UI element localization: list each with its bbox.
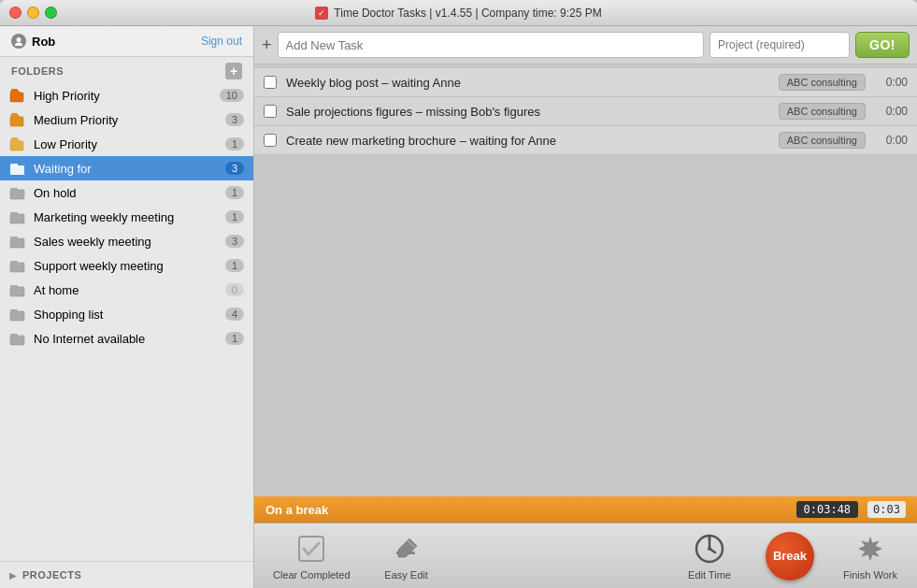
svg-rect-16 xyxy=(10,212,18,216)
close-button[interactable] xyxy=(9,7,21,19)
high-priority-icon xyxy=(9,88,26,103)
sidebar-item-count: 1 xyxy=(225,210,244,223)
status-small-timer: 0:03 xyxy=(867,501,906,518)
bottom-toolbar: Clear Completed Easy Edit xyxy=(254,523,917,588)
svg-point-33 xyxy=(708,547,711,551)
sidebar-item-label: Support weekly meeting xyxy=(34,259,218,273)
task-checkbox[interactable] xyxy=(264,76,277,89)
folders-header: FOLDERS + xyxy=(0,57,253,83)
svg-point-0 xyxy=(17,37,21,42)
folder-icon xyxy=(9,307,26,322)
sidebar-item-count: 3 xyxy=(225,162,244,175)
svg-rect-24 xyxy=(10,309,18,313)
sidebar-item-medium-priority[interactable]: Medium Priority 3 xyxy=(0,108,253,132)
easy-edit-label: Easy Edit xyxy=(384,569,427,581)
clear-completed-label: Clear Completed xyxy=(273,569,351,581)
sidebar-item-count: 0 xyxy=(225,283,244,296)
status-bar: On a break 0:03:48 0:03 xyxy=(254,496,917,523)
break-button[interactable]: Break xyxy=(766,532,814,581)
sidebar-item-high-priority[interactable]: High Priority 10 xyxy=(0,83,253,108)
table-row: Create new marketing brochure – waiting … xyxy=(254,126,917,155)
task-label: Sale projections figures – missing Bob's… xyxy=(286,105,769,119)
svg-marker-35 xyxy=(859,538,881,560)
sidebar-item-label: Sales weekly meeting xyxy=(34,235,218,249)
username-label: Rob xyxy=(32,35,55,49)
window-controls[interactable] xyxy=(9,7,57,19)
task-project-tag: ABC consulting xyxy=(779,103,866,120)
minimize-button[interactable] xyxy=(27,7,39,19)
user-avatar xyxy=(11,34,26,49)
folder-icon xyxy=(9,209,26,224)
task-label: Create new marketing brochure – waiting … xyxy=(286,134,769,148)
chevron-right-icon: ▶ xyxy=(9,570,17,581)
sidebar-item-label: Medium Priority xyxy=(34,113,218,127)
projects-label: PROJECTS xyxy=(22,569,81,581)
sidebar-item-count: 1 xyxy=(225,259,244,272)
add-task-input[interactable] xyxy=(278,32,705,58)
sidebar-item-label: At home xyxy=(34,283,218,297)
sidebar-item-count: 10 xyxy=(220,89,244,102)
task-project-tag: ABC consulting xyxy=(779,132,866,149)
svg-rect-20 xyxy=(10,261,18,265)
sidebar-item-waiting-for[interactable]: Waiting for 3 xyxy=(0,156,253,180)
sidebar-item-label: High Priority xyxy=(34,89,212,103)
folder-icon xyxy=(9,234,26,249)
toolbar-right: Edit Time Break Finish Work xyxy=(681,532,898,581)
folder-icon xyxy=(9,161,26,176)
task-checkbox[interactable] xyxy=(264,134,277,147)
sidebar-item-on-hold[interactable]: On hold 1 xyxy=(0,180,253,205)
break-circle: Break xyxy=(766,532,814,581)
add-task-plus-icon[interactable]: + xyxy=(262,36,272,55)
svg-rect-10 xyxy=(11,137,18,142)
add-folder-button[interactable]: + xyxy=(225,63,242,79)
sidebar-item-label: No Internet available xyxy=(34,332,218,346)
folder-icon xyxy=(9,282,26,297)
svg-rect-18 xyxy=(10,237,18,240)
sidebar-item-count: 1 xyxy=(225,332,244,345)
sidebar-item-count: 1 xyxy=(225,137,244,151)
sidebar-item-marketing-weekly[interactable]: Marketing weekly meeting 1 xyxy=(0,205,253,229)
tasks-list: Weekly blog post – waiting Anne ABC cons… xyxy=(254,65,917,496)
sidebar-item-count: 3 xyxy=(225,113,244,126)
title-bar-text: ✓ Time Doctor Tasks | v1.4.55 | Company … xyxy=(315,7,601,20)
sidebar-item-support-weekly[interactable]: Support weekly meeting 1 xyxy=(0,253,253,278)
sidebar-item-count: 3 xyxy=(225,235,244,248)
finish-work-label: Finish Work xyxy=(843,569,897,581)
edit-time-button[interactable]: Edit Time xyxy=(681,532,738,581)
sidebar-list: High Priority 10 Medium Priority 3 xyxy=(0,83,253,561)
svg-rect-26 xyxy=(10,334,18,337)
easy-edit-button[interactable]: Easy Edit xyxy=(379,532,435,581)
project-input[interactable] xyxy=(709,32,850,58)
low-priority-icon xyxy=(9,136,26,151)
app-title: Time Doctor Tasks | v1.4.55 | Company ti… xyxy=(334,7,601,20)
clear-completed-button[interactable]: Clear Completed xyxy=(273,532,351,581)
sign-out-link[interactable]: Sign out xyxy=(201,35,242,48)
sidebar-item-sales-weekly[interactable]: Sales weekly meeting 3 xyxy=(0,229,253,253)
task-time: 0:00 xyxy=(875,105,908,118)
status-timer: 0:03:48 xyxy=(796,501,859,518)
finish-work-icon xyxy=(853,532,887,566)
finish-work-button[interactable]: Finish Work xyxy=(842,532,898,581)
task-time: 0:00 xyxy=(875,134,908,147)
sidebar-item-label: Waiting for xyxy=(34,162,218,176)
sidebar-item-count: 4 xyxy=(225,308,244,321)
svg-rect-22 xyxy=(10,285,18,289)
svg-rect-14 xyxy=(10,188,18,192)
go-button[interactable]: GO! xyxy=(855,32,910,58)
sidebar-item-shopping-list[interactable]: Shopping list 4 xyxy=(0,302,253,326)
sidebar-item-label: On hold xyxy=(34,186,218,200)
table-row: Weekly blog post – waiting Anne ABC cons… xyxy=(254,68,917,97)
table-row: Sale projections figures – missing Bob's… xyxy=(254,97,917,126)
sidebar-item-no-internet[interactable]: No Internet available 1 xyxy=(0,326,253,351)
svg-rect-4 xyxy=(11,89,18,93)
folder-icon xyxy=(9,185,26,200)
task-checkbox[interactable] xyxy=(264,105,277,118)
svg-point-1 xyxy=(15,43,22,47)
folder-icon xyxy=(9,258,26,273)
projects-header[interactable]: ▶ PROJECTS xyxy=(0,561,253,588)
svg-rect-7 xyxy=(11,113,18,118)
sidebar-item-at-home[interactable]: At home 0 xyxy=(0,278,253,302)
maximize-button[interactable] xyxy=(45,7,57,19)
sidebar-item-low-priority[interactable]: Low Priority 1 xyxy=(0,132,253,156)
break-label: Break xyxy=(773,549,807,563)
